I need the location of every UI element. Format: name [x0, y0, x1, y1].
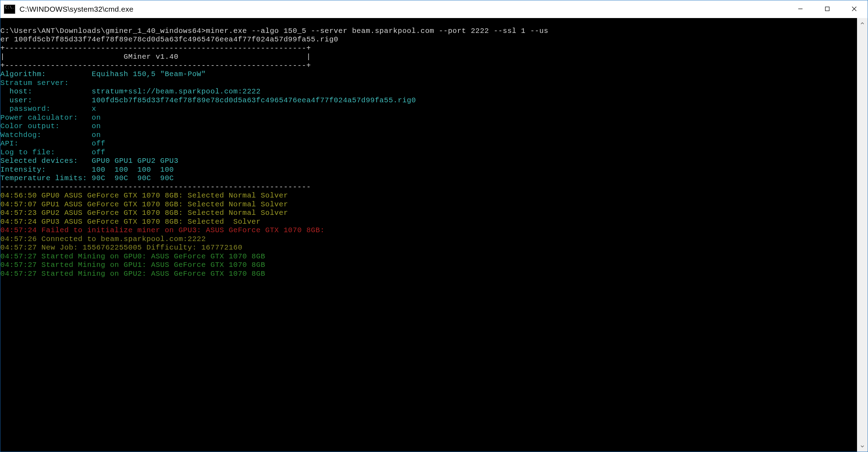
window-buttons [787, 0, 868, 18]
cfg-power-calc: Power calculator: on [0, 114, 101, 122]
log-line-3: 04:57:23 GPU2 ASUS GeForce GTX 1070 8GB:… [0, 209, 288, 217]
log-line-6: 04:57:26 Connected to beam.sparkpool.com… [0, 235, 206, 243]
prompt: C:\Users\ANT\Downloads\gminer_1_40_windo… [0, 27, 206, 35]
scroll-down-button[interactable] [857, 441, 868, 452]
chevron-down-icon [860, 444, 864, 448]
cfg-temp-limits: Temperature limits: 90C 90C 90C 90C [0, 174, 174, 182]
vertical-scrollbar[interactable] [857, 18, 868, 452]
cfg-password: password: x [0, 105, 96, 113]
cfg-stratum-header: Stratum server: [0, 79, 69, 87]
cfg-log-to-file: Log to file: off [0, 148, 105, 156]
cfg-color-output: Color output: on [0, 122, 101, 130]
chevron-up-icon [860, 21, 864, 25]
cfg-algorithm: Algorithm: Equihash 150,5 "Beam-PoW" [0, 70, 206, 78]
cfg-watchdog: Watchdog: on [0, 131, 101, 139]
cmd-text-2: er 100fd5cb7f85d33f74ef78f89e78cd0d5a63f… [0, 35, 338, 44]
cmd-text-1: miner.exe --algo 150_5 --server beam.spa… [206, 27, 549, 35]
log-line-8: 04:57:27 Started Mining on GPU0: ASUS Ge… [0, 252, 265, 261]
header-border-top: +---------------------------------------… [0, 44, 311, 52]
header-border-bot: +---------------------------------------… [0, 62, 311, 70]
maximize-button[interactable] [814, 0, 841, 17]
scroll-up-button[interactable] [857, 18, 868, 29]
minimize-icon [798, 6, 803, 12]
log-line-9: 04:57:27 Started Mining on GPU1: ASUS Ge… [0, 261, 265, 269]
cmd-icon: C:\. [4, 5, 15, 14]
log-line-4: 04:57:24 GPU3 ASUS GeForce GTX 1070 8GB:… [0, 218, 261, 226]
cfg-api: API: off [0, 139, 105, 148]
maximize-icon [824, 6, 830, 12]
log-line-10: 04:57:27 Started Mining on GPU2: ASUS Ge… [0, 270, 265, 278]
window-title: C:\WINDOWS\system32\cmd.exe [19, 5, 133, 13]
close-button[interactable] [841, 0, 868, 17]
minimize-button[interactable] [787, 0, 814, 17]
header-title: | GMiner v1.40 | [0, 53, 311, 61]
cfg-user: user: 100fd5cb7f85d33f74ef78f89e78cd0d5a… [0, 96, 416, 104]
log-line-1: 04:56:50 GPU0 ASUS GeForce GTX 1070 8GB:… [0, 191, 288, 200]
svg-rect-1 [826, 7, 829, 11]
scrollbar-track[interactable] [857, 29, 868, 441]
cfg-selected-devices: Selected devices: GPU0 GPU1 GPU2 GPU3 [0, 157, 178, 165]
log-line-2: 04:57:07 GPU1 ASUS GeForce GTX 1070 8GB:… [0, 200, 288, 208]
cfg-host: host: stratum+ssl://beam.sparkpool.com:2… [0, 87, 261, 96]
close-icon [851, 6, 857, 12]
cfg-intensity: Intensity: 100 100 100 100 [0, 166, 174, 174]
titlebar[interactable]: C:\. C:\WINDOWS\system32\cmd.exe [0, 0, 868, 18]
command-line: C:\Users\ANT\Downloads\gminer_1_40_windo… [0, 27, 548, 35]
log-line-7: 04:57:27 New Job: 1556762255005 Difficul… [0, 244, 242, 252]
cmd-window: C:\. C:\WINDOWS\system32\cmd.exe C:\User… [0, 0, 868, 452]
console-output[interactable]: C:\Users\ANT\Downloads\gminer_1_40_windo… [0, 18, 857, 452]
log-line-5: 04:57:24 Failed to initialize miner on G… [0, 226, 325, 234]
cfg-divider: ----------------------------------------… [0, 183, 311, 191]
